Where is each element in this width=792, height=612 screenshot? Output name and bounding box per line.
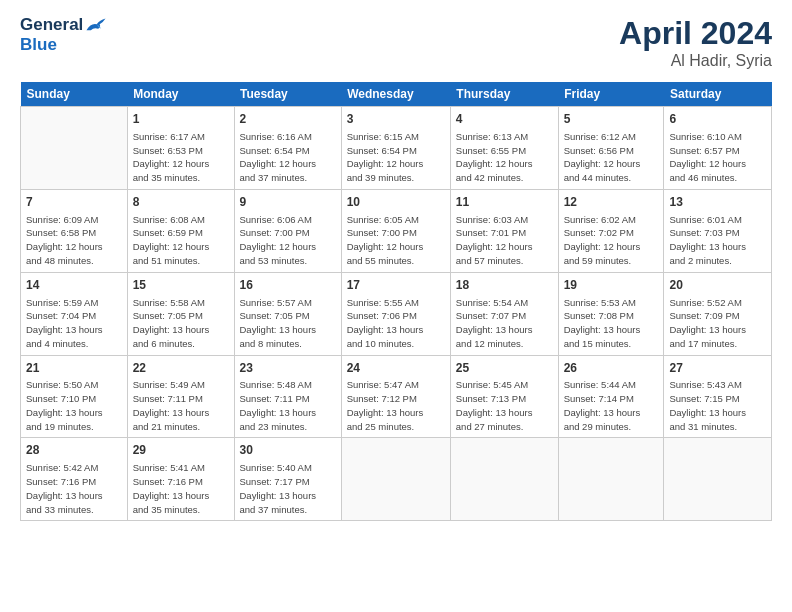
logo: General Blue — [20, 15, 107, 55]
table-row: 4Sunrise: 6:13 AM Sunset: 6:55 PM Daylig… — [450, 107, 558, 190]
logo-blue-text: Blue — [20, 35, 57, 55]
header-monday: Monday — [127, 82, 234, 107]
table-row — [21, 107, 128, 190]
table-row — [558, 438, 664, 521]
day-number: 15 — [133, 277, 229, 294]
table-row: 2Sunrise: 6:16 AM Sunset: 6:54 PM Daylig… — [234, 107, 341, 190]
day-info: Sunrise: 6:03 AM Sunset: 7:01 PM Dayligh… — [456, 213, 553, 268]
table-row: 22Sunrise: 5:49 AM Sunset: 7:11 PM Dayli… — [127, 355, 234, 438]
day-info: Sunrise: 5:49 AM Sunset: 7:11 PM Dayligh… — [133, 378, 229, 433]
day-number: 13 — [669, 194, 766, 211]
day-number: 2 — [240, 111, 336, 128]
day-info: Sunrise: 6:10 AM Sunset: 6:57 PM Dayligh… — [669, 130, 766, 185]
table-row: 3Sunrise: 6:15 AM Sunset: 6:54 PM Daylig… — [341, 107, 450, 190]
day-info: Sunrise: 6:12 AM Sunset: 6:56 PM Dayligh… — [564, 130, 659, 185]
calendar-week-4: 21Sunrise: 5:50 AM Sunset: 7:10 PM Dayli… — [21, 355, 772, 438]
table-row: 6Sunrise: 6:10 AM Sunset: 6:57 PM Daylig… — [664, 107, 772, 190]
day-number: 4 — [456, 111, 553, 128]
calendar-table: Sunday Monday Tuesday Wednesday Thursday… — [20, 82, 772, 521]
day-number: 7 — [26, 194, 122, 211]
day-info: Sunrise: 5:41 AM Sunset: 7:16 PM Dayligh… — [133, 461, 229, 516]
day-info: Sunrise: 6:08 AM Sunset: 6:59 PM Dayligh… — [133, 213, 229, 268]
table-row: 12Sunrise: 6:02 AM Sunset: 7:02 PM Dayli… — [558, 189, 664, 272]
day-number: 9 — [240, 194, 336, 211]
calendar-header-row: Sunday Monday Tuesday Wednesday Thursday… — [21, 82, 772, 107]
table-row: 29Sunrise: 5:41 AM Sunset: 7:16 PM Dayli… — [127, 438, 234, 521]
day-number: 18 — [456, 277, 553, 294]
calendar-week-5: 28Sunrise: 5:42 AM Sunset: 7:16 PM Dayli… — [21, 438, 772, 521]
table-row — [341, 438, 450, 521]
calendar-week-3: 14Sunrise: 5:59 AM Sunset: 7:04 PM Dayli… — [21, 272, 772, 355]
day-info: Sunrise: 6:05 AM Sunset: 7:00 PM Dayligh… — [347, 213, 445, 268]
day-number: 21 — [26, 360, 122, 377]
day-number: 29 — [133, 442, 229, 459]
day-info: Sunrise: 5:55 AM Sunset: 7:06 PM Dayligh… — [347, 296, 445, 351]
table-row: 21Sunrise: 5:50 AM Sunset: 7:10 PM Dayli… — [21, 355, 128, 438]
table-row: 26Sunrise: 5:44 AM Sunset: 7:14 PM Dayli… — [558, 355, 664, 438]
header-thursday: Thursday — [450, 82, 558, 107]
day-info: Sunrise: 5:59 AM Sunset: 7:04 PM Dayligh… — [26, 296, 122, 351]
day-number: 1 — [133, 111, 229, 128]
day-info: Sunrise: 5:45 AM Sunset: 7:13 PM Dayligh… — [456, 378, 553, 433]
day-number: 14 — [26, 277, 122, 294]
day-info: Sunrise: 5:58 AM Sunset: 7:05 PM Dayligh… — [133, 296, 229, 351]
day-info: Sunrise: 5:43 AM Sunset: 7:15 PM Dayligh… — [669, 378, 766, 433]
table-row: 15Sunrise: 5:58 AM Sunset: 7:05 PM Dayli… — [127, 272, 234, 355]
day-number: 20 — [669, 277, 766, 294]
table-row: 7Sunrise: 6:09 AM Sunset: 6:58 PM Daylig… — [21, 189, 128, 272]
table-row — [450, 438, 558, 521]
table-row: 1Sunrise: 6:17 AM Sunset: 6:53 PM Daylig… — [127, 107, 234, 190]
table-row: 23Sunrise: 5:48 AM Sunset: 7:11 PM Dayli… — [234, 355, 341, 438]
day-info: Sunrise: 6:17 AM Sunset: 6:53 PM Dayligh… — [133, 130, 229, 185]
table-row: 19Sunrise: 5:53 AM Sunset: 7:08 PM Dayli… — [558, 272, 664, 355]
day-number: 16 — [240, 277, 336, 294]
table-row: 11Sunrise: 6:03 AM Sunset: 7:01 PM Dayli… — [450, 189, 558, 272]
day-info: Sunrise: 5:42 AM Sunset: 7:16 PM Dayligh… — [26, 461, 122, 516]
day-number: 24 — [347, 360, 445, 377]
day-info: Sunrise: 5:47 AM Sunset: 7:12 PM Dayligh… — [347, 378, 445, 433]
header-saturday: Saturday — [664, 82, 772, 107]
day-number: 12 — [564, 194, 659, 211]
header-sunday: Sunday — [21, 82, 128, 107]
day-info: Sunrise: 6:16 AM Sunset: 6:54 PM Dayligh… — [240, 130, 336, 185]
title-block: April 2024 Al Hadir, Syria — [619, 15, 772, 70]
table-row: 17Sunrise: 5:55 AM Sunset: 7:06 PM Dayli… — [341, 272, 450, 355]
table-row: 18Sunrise: 5:54 AM Sunset: 7:07 PM Dayli… — [450, 272, 558, 355]
page-header: General Blue April 2024 Al Hadir, Syria — [20, 15, 772, 70]
day-info: Sunrise: 6:01 AM Sunset: 7:03 PM Dayligh… — [669, 213, 766, 268]
table-row: 9Sunrise: 6:06 AM Sunset: 7:00 PM Daylig… — [234, 189, 341, 272]
table-row: 25Sunrise: 5:45 AM Sunset: 7:13 PM Dayli… — [450, 355, 558, 438]
table-row: 16Sunrise: 5:57 AM Sunset: 7:05 PM Dayli… — [234, 272, 341, 355]
day-number: 5 — [564, 111, 659, 128]
day-number: 11 — [456, 194, 553, 211]
day-info: Sunrise: 6:02 AM Sunset: 7:02 PM Dayligh… — [564, 213, 659, 268]
table-row: 13Sunrise: 6:01 AM Sunset: 7:03 PM Dayli… — [664, 189, 772, 272]
table-row: 30Sunrise: 5:40 AM Sunset: 7:17 PM Dayli… — [234, 438, 341, 521]
table-row: 27Sunrise: 5:43 AM Sunset: 7:15 PM Dayli… — [664, 355, 772, 438]
day-number: 30 — [240, 442, 336, 459]
day-info: Sunrise: 6:09 AM Sunset: 6:58 PM Dayligh… — [26, 213, 122, 268]
day-number: 27 — [669, 360, 766, 377]
day-number: 22 — [133, 360, 229, 377]
day-number: 3 — [347, 111, 445, 128]
day-info: Sunrise: 6:06 AM Sunset: 7:00 PM Dayligh… — [240, 213, 336, 268]
calendar-week-1: 1Sunrise: 6:17 AM Sunset: 6:53 PM Daylig… — [21, 107, 772, 190]
day-info: Sunrise: 5:48 AM Sunset: 7:11 PM Dayligh… — [240, 378, 336, 433]
table-row: 28Sunrise: 5:42 AM Sunset: 7:16 PM Dayli… — [21, 438, 128, 521]
day-number: 6 — [669, 111, 766, 128]
day-number: 17 — [347, 277, 445, 294]
day-number: 19 — [564, 277, 659, 294]
header-friday: Friday — [558, 82, 664, 107]
day-info: Sunrise: 5:50 AM Sunset: 7:10 PM Dayligh… — [26, 378, 122, 433]
day-info: Sunrise: 6:13 AM Sunset: 6:55 PM Dayligh… — [456, 130, 553, 185]
day-number: 28 — [26, 442, 122, 459]
table-row: 20Sunrise: 5:52 AM Sunset: 7:09 PM Dayli… — [664, 272, 772, 355]
day-number: 26 — [564, 360, 659, 377]
logo-general-text: General — [20, 15, 83, 35]
header-wednesday: Wednesday — [341, 82, 450, 107]
day-number: 23 — [240, 360, 336, 377]
day-info: Sunrise: 5:57 AM Sunset: 7:05 PM Dayligh… — [240, 296, 336, 351]
table-row — [664, 438, 772, 521]
header-tuesday: Tuesday — [234, 82, 341, 107]
table-row: 10Sunrise: 6:05 AM Sunset: 7:00 PM Dayli… — [341, 189, 450, 272]
